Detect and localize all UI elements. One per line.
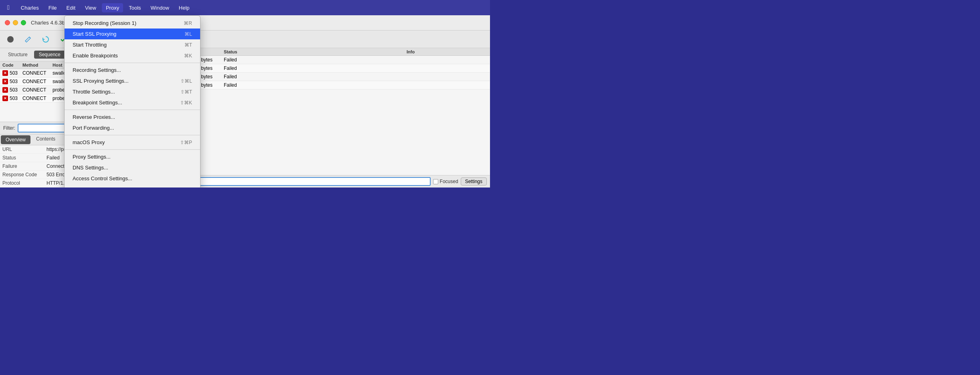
menu-tools[interactable]: Tools (125, 3, 145, 12)
dropdown-item-10[interactable]: macOS Proxy⇧⌘P (65, 137, 200, 148)
pencil-icon[interactable] (22, 34, 34, 45)
dropdown-item-9[interactable]: Port Forwarding... (65, 122, 200, 133)
dropdown-item-5[interactable]: SSL Proxying Settings...⇧⌘L (65, 75, 200, 86)
shortcut-label: ⌘T (184, 42, 192, 48)
info-cell (407, 74, 487, 79)
shortcut-label: ⇧⌘K (180, 100, 192, 106)
shortcut-label: ⌘L (184, 31, 192, 37)
settings-button[interactable]: Settings (461, 177, 487, 185)
overview-key: Status (0, 154, 44, 162)
close-button[interactable] (5, 20, 10, 25)
status-cell: Failed (224, 65, 407, 71)
code-value: 503 (10, 70, 18, 76)
filter-label: Filter: (3, 125, 15, 131)
status-cell: Failed (224, 74, 407, 79)
dropdown-item-0[interactable]: Stop Recording (Session 1)⌘R (65, 18, 200, 29)
code-value: 503 (10, 87, 18, 93)
checkmark-icon: ✓ (67, 187, 71, 188)
refresh-icon[interactable] (40, 34, 51, 45)
code-cell: ✕ 503 (2, 87, 22, 93)
menu-window[interactable]: Window (147, 3, 173, 12)
rcol-status: Status (224, 49, 407, 54)
dropdown-item-label: SSL Proxying Settings... (73, 78, 129, 84)
dropdown-item-label: macOS Proxy (73, 139, 105, 145)
shortcut-label: ⇧⌘P (180, 140, 192, 145)
maximize-button[interactable] (21, 20, 26, 25)
svg-point-0 (7, 36, 14, 43)
apple-menu[interactable]:  (4, 2, 13, 13)
menubar:  Charles File Edit View Proxy Tools Win… (0, 0, 490, 15)
code-cell: ✕ 503 (2, 70, 22, 76)
menu-help[interactable]: Help (175, 3, 194, 12)
dropdown-item-7[interactable]: Breakpoint Settings...⇧⌘K (65, 97, 200, 108)
dropdown-item-label: Start Throttling (73, 42, 107, 48)
dropdown-item-label: Access Control Settings... (73, 175, 132, 181)
dropdown-item-label: Enable Breakpoints (73, 53, 118, 59)
tab-contents[interactable]: Contents (31, 135, 60, 145)
dropdown-item-label: Recording Settings... (73, 67, 121, 73)
dropdown-item-label: Proxy Settings... (73, 154, 111, 160)
shortcut-label: ⌘K (184, 53, 192, 59)
dropdown-item-13[interactable]: Access Control Settings... (65, 173, 200, 184)
method-cell: CONNECT (22, 96, 53, 101)
info-cell (407, 82, 487, 88)
shortcut-label: ⇧⌘T (180, 89, 192, 95)
dropdown-item-label: Breakpoint Settings... (73, 100, 122, 106)
error-badge: ✕ (2, 79, 8, 84)
menu-proxy[interactable]: Proxy (102, 3, 123, 12)
tab-structure[interactable]: Structure (3, 51, 32, 59)
overview-key: Protocol (0, 179, 44, 188)
status-cell: Failed (224, 82, 407, 88)
rcol-info: Info (407, 49, 487, 54)
tab-overview[interactable]: Overview (1, 135, 30, 144)
code-cell: ✕ 503 (2, 79, 22, 84)
dropdown-item-12[interactable]: DNS Settings... (65, 162, 200, 173)
dropdown-item-label: External Proxy Settings... (73, 186, 131, 188)
dropdown-item-3[interactable]: Enable Breakpoints⌘K (65, 50, 200, 61)
tab-sequence[interactable]: Sequence (34, 51, 65, 59)
menu-view[interactable]: View (81, 3, 100, 12)
error-badge: ✕ (2, 96, 8, 101)
shortcut-label: ⌘R (184, 20, 192, 26)
method-cell: CONNECT (22, 70, 53, 76)
focused-toggle[interactable]: Focused (433, 179, 458, 184)
dropdown-separator (65, 135, 200, 135)
overview-key: Failure (0, 162, 44, 171)
col-code: Code (2, 63, 22, 67)
dropdown-item-6[interactable]: Throttle Settings...⇧⌘T (65, 86, 200, 97)
menu-file[interactable]: File (45, 3, 61, 12)
dropdown-item-label: Stop Recording (Session 1) (73, 20, 136, 26)
dropdown-separator (65, 149, 200, 150)
traffic-lights (5, 20, 26, 25)
dropdown-item-label: DNS Settings... (73, 165, 108, 171)
dropdown-item-label: Start SSL Proxying (73, 31, 116, 37)
dropdown-item-4[interactable]: Recording Settings... (65, 65, 200, 75)
dropdown-item-1[interactable]: Start SSL Proxying⌘L (65, 29, 200, 39)
error-badge: ✕ (2, 70, 8, 76)
info-cell (407, 57, 487, 63)
method-cell: CONNECT (22, 87, 53, 93)
dropdown-item-label: Throttle Settings... (73, 89, 115, 95)
dropdown-item-label: Port Forwarding... (73, 125, 114, 131)
dropdown-separator (65, 63, 200, 63)
code-cell: ✕ 503 (2, 96, 22, 101)
method-cell: CONNECT (22, 79, 53, 84)
minimize-button[interactable] (13, 20, 18, 25)
dropdown-item-14[interactable]: ✓External Proxy Settings... (65, 184, 200, 188)
code-value: 503 (10, 96, 18, 101)
dropdown-item-8[interactable]: Reverse Proxies... (65, 112, 200, 122)
dropdown-separator (65, 110, 200, 110)
dropdown-item-11[interactable]: Proxy Settings... (65, 151, 200, 162)
col-method: Method (22, 63, 53, 67)
status-cell: Failed (224, 57, 407, 63)
proxy-dropdown: Stop Recording (Session 1)⌘RStart SSL Pr… (64, 15, 200, 188)
overview-key: URL (0, 145, 44, 154)
dropdown-item-2[interactable]: Start Throttling⌘T (65, 39, 200, 50)
focused-checkbox[interactable] (433, 179, 438, 184)
menu-charles[interactable]: Charles (17, 3, 43, 12)
error-badge: ✕ (2, 87, 8, 93)
menu-edit[interactable]: Edit (63, 3, 79, 12)
info-cell (407, 65, 487, 71)
shortcut-label: ⇧⌘L (180, 78, 192, 84)
record-icon[interactable] (5, 34, 16, 45)
